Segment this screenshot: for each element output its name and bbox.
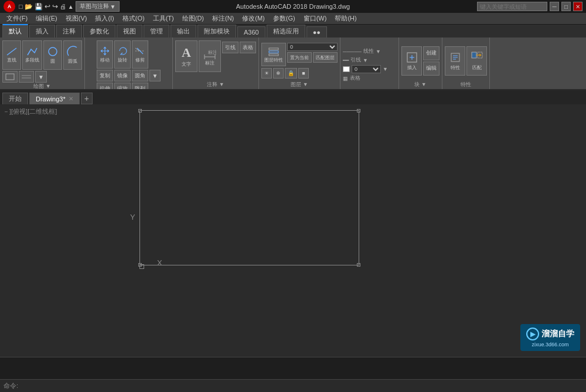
ribbon-tab-8[interactable]: A360 (237, 26, 265, 38)
table-icon: ▦ (343, 76, 348, 81)
command-output (0, 357, 586, 379)
app-window: A □ 📂 💾 ↩ ↪ 🖨 ▲ 草图与注释 ▼ Autodesk AutoCAD… (0, 0, 586, 392)
ribbon-tab-1[interactable]: 插入 (29, 25, 55, 38)
ribbon-tab-9[interactable]: 精选应用 (267, 25, 305, 38)
command-input[interactable] (18, 382, 582, 390)
undo-icon[interactable]: ↩ (45, 2, 50, 11)
more-draw-btn[interactable]: ▼ (35, 71, 47, 83)
linetype-dropdown[interactable]: ▼ (376, 49, 381, 54)
scale-btn[interactable]: 缩放 (114, 83, 131, 90)
dimension-btn[interactable]: 标注 标注 (199, 40, 221, 72)
layer-group-title: 图层 ▼ (291, 81, 308, 89)
mirror-btn[interactable]: 镜像 (114, 70, 131, 81)
insert-block-btn[interactable]: 插入 (401, 46, 422, 76)
matchprop-btn[interactable]: 匹配 (466, 46, 487, 76)
ribbon-tab-10[interactable]: ●● (306, 26, 327, 38)
color-selector[interactable]: 0 (352, 65, 381, 73)
up-icon[interactable]: ▲ (68, 4, 74, 10)
text-btn[interactable]: A 文字 (175, 40, 197, 72)
ribbon-tab-6[interactable]: 输出 (171, 25, 196, 38)
print-icon[interactable]: 🖨 (60, 3, 66, 10)
menu-item-文件F[interactable]: 文件(F) (2, 13, 32, 23)
ribbon-group-properties: 特性 匹配 特性 (442, 38, 490, 89)
tab-start[interactable]: 开始 (2, 93, 28, 104)
move-btn[interactable]: 移动 (97, 40, 113, 69)
ribbon-tab-7[interactable]: 附加模块 (197, 25, 236, 38)
x-axis-label: X (157, 258, 162, 267)
anno-group-content: A 文字 标注 标注 引线 表格 (175, 39, 256, 81)
tab-add-button[interactable]: + (81, 93, 93, 104)
menu-item-窗口W[interactable]: 窗口(W) (299, 13, 331, 23)
ribbon-group-annotation: A 文字 标注 标注 引线 表格 注释 ▼ (173, 38, 259, 89)
ribbon-group-block: 插入 创建 编辑 块 ▼ (399, 38, 442, 89)
title-right: ─ □ ✕ (477, 2, 582, 11)
minimize-button[interactable]: ─ (550, 2, 559, 11)
new-icon[interactable]: □ (19, 3, 23, 10)
copy-btn[interactable]: 复制 (97, 70, 113, 81)
menu-item-标注N[interactable]: 标注(N) (208, 13, 238, 23)
lw-group-content: ───── 线性 ▼ ━━ 引线 ▼ 0 ▼ ▦ 表格 (343, 39, 396, 89)
redo-icon[interactable]: ↪ (52, 2, 58, 11)
arc-btn[interactable]: 圆弧 (63, 40, 82, 70)
layer-props-btn[interactable]: 图层特性 (261, 43, 286, 66)
menu-item-帮助H[interactable]: 帮助(H) (331, 13, 360, 23)
tab-close-icon[interactable]: ✕ (69, 96, 73, 102)
rotate-btn[interactable]: 旋转 (114, 40, 131, 69)
more-mod-btn[interactable]: ▼ (149, 70, 161, 81)
menu-item-插入I[interactable]: 插入(I) (91, 13, 118, 23)
layer-freeze-btn[interactable]: ❄ (273, 68, 284, 79)
watermark-logo: ▶ 溜溜自学 (526, 328, 574, 340)
workspace-selector[interactable]: 草图与注释 ▼ (76, 1, 120, 12)
menu-item-格式O[interactable]: 格式(O) (118, 13, 149, 23)
save-icon[interactable]: 💾 (35, 3, 43, 11)
leader-btn[interactable]: 引线 (222, 42, 239, 53)
layer-selector[interactable]: 0 (287, 43, 338, 51)
menu-item-视图V[interactable]: 视图(V) (62, 13, 91, 23)
corner-br (357, 263, 360, 267)
stretch-btn[interactable]: 拉伸 (97, 83, 113, 90)
workspace-dropdown-icon: ▼ (110, 4, 116, 10)
layer-icons-btn[interactable]: ☀ (261, 68, 272, 79)
polyline-btn[interactable]: 多段线 (22, 40, 42, 70)
ribbon-tab-0[interactable]: 默认 (2, 24, 28, 38)
ribbon-tab-4[interactable]: 视图 (117, 25, 142, 38)
hatch-btn[interactable] (19, 71, 34, 83)
open-icon[interactable]: 📂 (25, 3, 33, 11)
menu-item-绘图D[interactable]: 绘图(D) (178, 13, 208, 23)
maximize-button[interactable]: □ (561, 2, 571, 11)
layer-group-content: 图层特性 0 置为当前 匹配图层 ☀ ❄ 🔒 ■ (261, 39, 338, 81)
linewt-dropdown[interactable]: ▼ (363, 57, 368, 63)
close-button[interactable]: ✕ (573, 2, 582, 11)
menu-item-参数G[interactable]: 参数(G) (269, 13, 299, 23)
circle-btn[interactable]: 圆 (43, 40, 62, 70)
ribbon-tab-5[interactable]: 管理 (144, 25, 169, 38)
rect-btn[interactable] (2, 71, 18, 83)
ribbon-group-draw: 直线 多段线 圆 圆弧 (0, 38, 85, 89)
array-btn[interactable]: 阵列 (132, 83, 148, 90)
set-current-btn[interactable]: 置为当前 (287, 52, 312, 63)
menu-item-修改M[interactable]: 修改(M) (238, 13, 269, 23)
match-layer-btn[interactable]: 匹配图层 (313, 52, 338, 63)
create-block-btn[interactable]: 创建 (423, 46, 440, 60)
table-btn[interactable]: 表格 (240, 42, 256, 53)
ribbon-group-layers: 图层特性 0 置为当前 匹配图层 ☀ ❄ 🔒 ■ 图层 ▼ (259, 38, 340, 89)
fillet-btn[interactable]: 圆角 (132, 70, 148, 81)
svg-point-1 (49, 47, 57, 56)
search-input[interactable] (477, 2, 547, 11)
ribbon-tab-3[interactable]: 参数化 (83, 25, 115, 38)
linewt-label: 引线 (350, 56, 361, 64)
properties-btn[interactable]: 特性 (445, 46, 465, 76)
ribbon-tab-2[interactable]: 注释 (56, 25, 82, 38)
color-swatch (343, 66, 350, 72)
trim-btn[interactable]: 修剪 (132, 40, 148, 69)
line-btn[interactable]: 直线 (2, 40, 21, 70)
layer-lock-btn[interactable]: 🔒 (285, 68, 297, 79)
menu-item-编辑E[interactable]: 编辑(E) (32, 13, 62, 23)
tab-drawing[interactable]: Drawing3*✕ (29, 93, 80, 104)
layer-color-btn[interactable]: ■ (298, 68, 309, 79)
color-dropdown[interactable]: ▼ (383, 66, 388, 72)
viewport-label: －][俯视][二维线框] (3, 107, 57, 116)
edit-block-btn[interactable]: 编辑 (423, 62, 440, 76)
autocad-logo[interactable]: A (4, 1, 15, 12)
menu-item-工具T[interactable]: 工具(T) (149, 13, 178, 23)
